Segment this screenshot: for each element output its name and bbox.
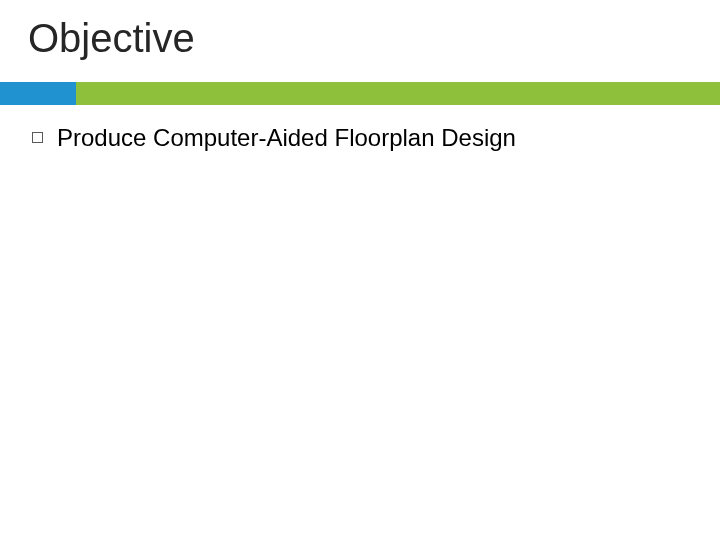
divider-bar [0,82,720,105]
square-bullet-icon [32,132,43,143]
bullet-list: Produce Computer-Aided Floorplan Design [32,124,516,153]
list-item: Produce Computer-Aided Floorplan Design [32,124,516,153]
divider-accent-blue [0,82,76,105]
slide-title: Objective [28,16,195,61]
bullet-text: Produce Computer-Aided Floorplan Design [57,124,516,153]
divider-accent-green [76,82,720,105]
